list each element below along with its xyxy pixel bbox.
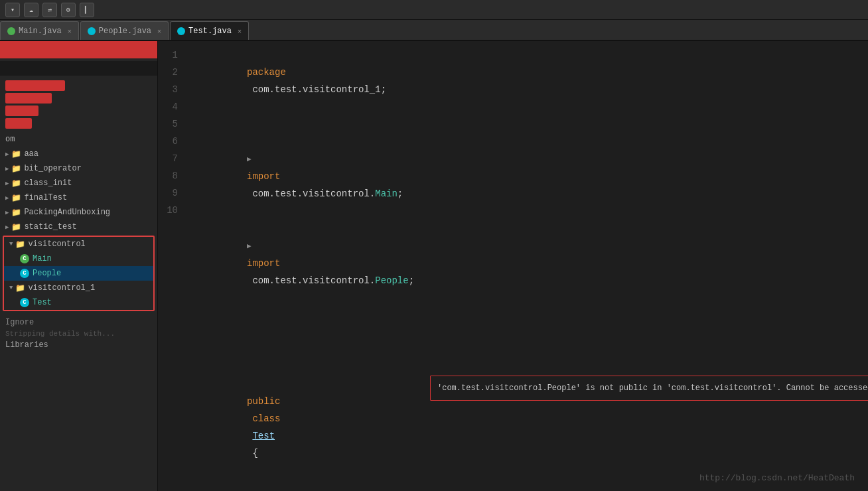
brace-open: {	[247, 448, 258, 458]
line-num-2: 2	[158, 64, 178, 81]
code-line-3: ▶ import com.test.visitcontrol.Main;	[191, 133, 868, 220]
code-editor[interactable]: 1 2 3 4 5 6 7 8 9 10 package com.test.vi…	[158, 41, 868, 491]
arrow-icon-bit: ▶	[5, 165, 9, 173]
kw-import-1: import	[247, 171, 280, 182]
line-num-9: 9	[158, 184, 178, 202]
pkg-name: com.test.visitcontrol_1;	[247, 84, 386, 95]
sidebar-ignore: Ignore	[0, 315, 157, 330]
code-content: 1 2 3 4 5 6 7 8 9 10 package com.test.vi…	[158, 41, 868, 491]
line-numbers: 1 2 3 4 5 6 7 8 9 10	[158, 41, 184, 491]
sidebar-item-bit-operator[interactable]: ▶ 📁 bit_operator	[0, 161, 157, 176]
redacted-item-3	[5, 105, 38, 116]
code-line-2	[191, 115, 868, 133]
redacted-item-2	[5, 93, 52, 104]
tab-icon-people	[88, 27, 96, 35]
tab-close-main[interactable]: ✕	[68, 27, 72, 35]
sidebar-label-visitcontrol: visitcontrol	[28, 240, 85, 249]
watermark: http://blog.csdn.net/HeatDeath	[699, 473, 855, 483]
sidebar-item-visitcontrol[interactable]: ▼ 📁 visitcontrol	[4, 237, 153, 251]
sidebar-redbar	[0, 41, 157, 58]
sidebar-label-bit: bit_operator	[24, 164, 81, 173]
sidebar-item-static[interactable]: ▶ 📁 static_test	[0, 220, 157, 234]
folder-icon-visitcontrol1: 📁	[15, 283, 25, 293]
sidebar-item-om[interactable]: om	[0, 132, 157, 147]
code-lines: package com.test.visitcontrol_1; ▶ impor…	[184, 41, 868, 491]
folder-icon-final: 📁	[11, 193, 21, 203]
semicolon-3: ;	[398, 188, 403, 199]
line-num-6: 6	[158, 133, 178, 150]
code-line-4: ▶ import com.test.visitcontrol.People;	[191, 220, 868, 307]
sidebar-item-test[interactable]: C Test	[4, 295, 153, 310]
tab-label-people: People.java	[99, 27, 151, 36]
sidebar-item-main[interactable]: C Main	[4, 251, 153, 266]
arrow-icon-final: ▶	[5, 194, 9, 202]
sidebar-label-people: People	[33, 269, 61, 278]
sidebar-label-packing: PackingAndUnboxing	[24, 208, 110, 217]
folder-icon-class: 📁	[11, 178, 21, 188]
sidebar-label-main: Main	[33, 254, 52, 263]
kw-class: class	[247, 413, 280, 424]
sidebar-label-visitcontrol1: visitcontrol_1	[28, 283, 95, 293]
sidebar-label-test: Test	[33, 298, 52, 307]
kw-package: package	[247, 67, 286, 78]
folder-icon-visitcontrol: 📁	[15, 240, 25, 249]
sidebar-label-final: finalTest	[24, 193, 67, 202]
sidebar-item-packing[interactable]: ▶ 📁 PackingAndUnboxing	[0, 205, 157, 220]
sidebar-item-visitcontrol1[interactable]: ▼ 📁 visitcontrol_1	[4, 281, 153, 295]
java-icon-test: C	[20, 298, 29, 307]
import-people-pkg: com.test.visitcontrol.	[247, 275, 375, 286]
sidebar-om-label: om	[5, 135, 15, 144]
folder-icon-bit: 📁	[11, 164, 21, 174]
redacted-item-1	[5, 80, 65, 91]
main-area: om ▶ 📁 aaa ▶ 📁 bit_operator ▶ 📁 class_in…	[0, 41, 868, 491]
redacted-item-4	[5, 118, 32, 129]
fold-arrow-4: ▶	[247, 242, 255, 250]
tab-icon-test	[177, 27, 185, 35]
line-num-4: 4	[158, 98, 178, 115]
sidebar-darkrow	[0, 61, 157, 76]
toolbar: ▾ ☁ ⇌ ⚙ ▎	[0, 0, 868, 20]
sidebar-item-aaa[interactable]: ▶ 📁 aaa	[0, 147, 157, 161]
tab-icon-main	[7, 27, 15, 35]
line-num-7: 7	[158, 150, 178, 167]
arrow-icon-static: ▶	[5, 224, 9, 231]
line-num-1: 1	[158, 46, 178, 64]
import-people-cls: People	[375, 275, 408, 286]
arrow-icon-packing: ▶	[5, 209, 9, 216]
toolbar-btn-2[interactable]: ☁	[24, 3, 38, 17]
tab-close-test[interactable]: ✕	[238, 27, 242, 35]
tab-close-people[interactable]: ✕	[157, 27, 161, 35]
java-icon-main: C	[20, 254, 29, 263]
line-num-8: 8	[158, 167, 178, 184]
line-num-3: 3	[158, 81, 178, 98]
tab-main-java[interactable]: Main.java ✕	[0, 21, 79, 40]
sidebar-item-final-test[interactable]: ▶ 📁 finalTest	[0, 190, 157, 205]
folder-icon-aaa: 📁	[11, 149, 21, 159]
toolbar-btn-4[interactable]: ⚙	[61, 3, 76, 17]
sidebar-item-people[interactable]: C People	[4, 266, 153, 281]
tab-people-java[interactable]: People.java ✕	[80, 21, 169, 40]
error-tooltip: 'com.test.visitcontrol.People' is not pu…	[430, 376, 868, 401]
sidebar-label-static: static_test	[24, 222, 76, 232]
line-num-10: 10	[158, 202, 178, 219]
sidebar-stripping: Stripping details with...	[0, 330, 157, 340]
folder-icon-packing: 📁	[11, 208, 21, 218]
kw-import-2: import	[247, 258, 280, 269]
fold-arrow-3: ▶	[247, 155, 255, 163]
arrow-icon-visitcontrol1: ▼	[9, 285, 13, 291]
toolbar-btn-1[interactable]: ▾	[5, 3, 20, 17]
tab-bar: Main.java ✕ People.java ✕ Test.java ✕	[0, 20, 868, 41]
sidebar-item-class-init[interactable]: ▶ 📁 class_init	[0, 176, 157, 190]
sidebar-libraries: Libraries	[0, 340, 157, 350]
visitcontrol-group: ▼ 📁 visitcontrol C Main C People ▼ 📁 vis…	[3, 236, 155, 311]
toolbar-btn-3[interactable]: ⇌	[42, 3, 57, 17]
tab-test-java[interactable]: Test.java ✕	[170, 21, 249, 40]
toolbar-btn-5[interactable]: ▎	[80, 3, 94, 17]
kw-public: public	[247, 396, 280, 407]
sidebar-label-aaa: aaa	[24, 149, 38, 159]
arrow-icon-class: ▶	[5, 180, 9, 187]
code-line-1: package com.test.visitcontrol_1;	[191, 46, 868, 115]
arrow-icon-aaa: ▶	[5, 151, 9, 158]
arrow-icon-visitcontrol: ▼	[9, 241, 13, 247]
tab-label-main: Main.java	[19, 27, 62, 36]
